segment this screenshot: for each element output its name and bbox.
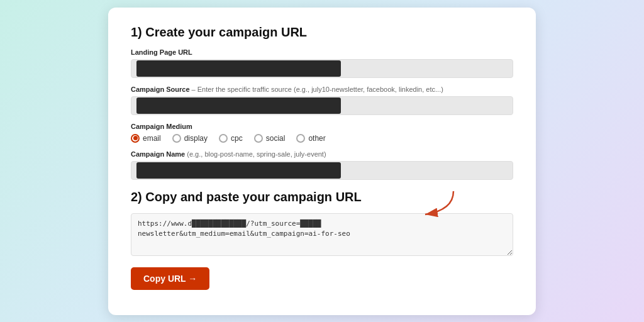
radio-label-email: email (143, 134, 161, 143)
campaign-source-input-row (131, 96, 513, 115)
radio-email[interactable]: email (131, 134, 161, 143)
campaign-source-dark-fill (136, 97, 341, 114)
landing-page-input-row (131, 59, 513, 78)
campaign-source-field-group: Campaign Source – Enter the specific tra… (131, 86, 513, 115)
radio-label-cpc: cpc (231, 134, 243, 143)
radio-label-social: social (266, 134, 286, 143)
campaign-name-label: Campaign Name (e.g., blog-post-name, spr… (131, 150, 513, 158)
landing-page-field-group: Landing Page URL (131, 48, 513, 78)
section-1: 1) Create your campaign URL Landing Page… (131, 25, 513, 180)
radio-other[interactable]: other (296, 134, 325, 143)
arrow-container (413, 188, 463, 222)
radio-display[interactable]: display (172, 134, 208, 143)
radio-circle-social (254, 134, 263, 143)
main-card: 1) Create your campaign URL Landing Page… (108, 8, 536, 315)
url-output-area: https://www.d█████████████/?utm_source=█… (131, 213, 513, 258)
arrow-icon (413, 188, 463, 219)
copy-url-button[interactable]: Copy URL → (131, 267, 209, 290)
radio-circle-cpc (219, 134, 228, 143)
campaign-medium-radio-group: email display cpc social other (131, 134, 513, 143)
campaign-medium-label: Campaign Medium (131, 123, 513, 130)
landing-page-label: Landing Page URL (131, 48, 513, 56)
section-2: 2) Copy and paste your campaign URL http… (131, 190, 513, 290)
landing-page-dark-fill (136, 60, 341, 77)
radio-social[interactable]: social (254, 134, 286, 143)
campaign-name-field-group: Campaign Name (e.g., blog-post-name, spr… (131, 150, 513, 180)
radio-circle-email (131, 134, 140, 143)
radio-circle-other (296, 134, 305, 143)
campaign-name-input-row (131, 161, 513, 180)
radio-label-other: other (308, 134, 325, 143)
campaign-source-label: Campaign Source – Enter the specific tra… (131, 86, 513, 93)
radio-circle-display (172, 134, 181, 143)
campaign-medium-field-group: Campaign Medium email display cpc social (131, 123, 513, 143)
campaign-name-dark-fill (136, 162, 341, 179)
radio-label-display: display (184, 134, 208, 143)
radio-cpc[interactable]: cpc (219, 134, 243, 143)
section-1-title: 1) Create your campaign URL (131, 25, 513, 40)
